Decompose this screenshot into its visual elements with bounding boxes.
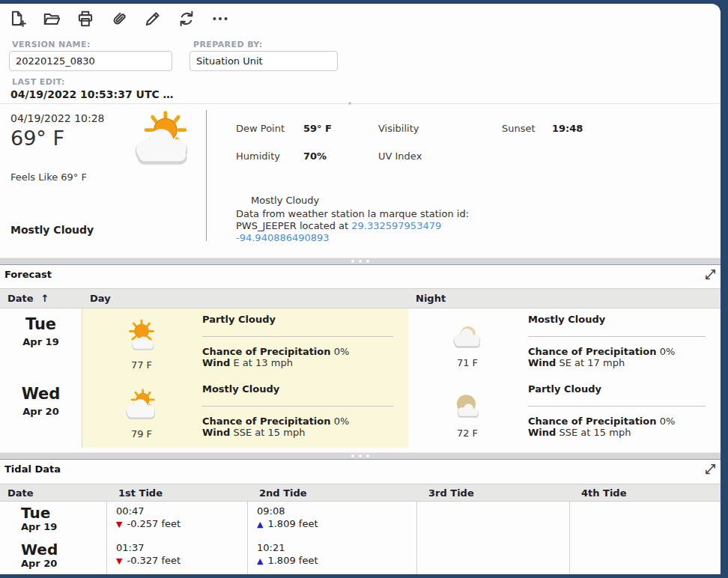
divider — [202, 336, 393, 337]
dew-point-label: Dew Point — [236, 123, 285, 134]
forecast-section: Forecast ⤢ Date↑ Day Night Tue Apr 19 — [0, 266, 721, 452]
refresh-button[interactable] — [176, 8, 197, 31]
tidal-title: Tidal Data — [4, 463, 61, 475]
humidity-value: 70% — [303, 150, 327, 162]
print-icon — [76, 9, 95, 31]
visibility-label: Visibility — [378, 123, 419, 134]
sort-ascending-icon: ↑ — [41, 293, 49, 304]
uv-index-label: UV Index — [378, 150, 422, 162]
forecast-title: Forecast — [4, 269, 52, 280]
forecast-table-header: Date↑ Day Night — [0, 288, 721, 308]
station-note: Data from weather station la marque stat… — [236, 208, 498, 244]
tidal-row: Tue Apr 19 00:47 ▼ -0.257 feet 09:08 ▲ 1… — [0, 502, 721, 538]
forecast-condition: Mostly Cloudy — [528, 314, 709, 325]
forecast-header-date[interactable]: Date↑ — [0, 293, 82, 304]
open-button[interactable] — [41, 8, 62, 31]
tide-falling-icon: ▼ — [116, 557, 122, 565]
attachment-button[interactable] — [109, 8, 130, 31]
tidal-header-1st: 1st Tide — [106, 487, 247, 499]
station-longitude-link[interactable]: -94.940886490893 — [236, 232, 330, 243]
forecast-header-night: Night — [408, 293, 721, 304]
forecast-condition: Partly Cloudy — [528, 383, 709, 395]
tide-cell-empty — [569, 502, 721, 538]
app-window: VERSION NAME: PREPARED BY: LAST EDIT: 04… — [0, 4, 721, 574]
forecast-day-cell: 77 F Partly Cloudy Chance of Precipitati… — [82, 308, 408, 378]
tide-cell: 10:21 ▲ 1.809 feet — [247, 538, 416, 574]
tidal-row: Wed Apr 20 01:37 ▼ -0.327 feet 10:21 ▲ 1… — [0, 538, 721, 574]
observation-datetime: 04/19/2022 10:28 — [10, 112, 105, 124]
tide-cell: 01:37 ▼ -0.327 feet — [106, 538, 247, 574]
tidal-date-cell: Wed Apr 20 — [0, 538, 106, 574]
tide-cell-empty — [569, 538, 721, 574]
new-document-button[interactable] — [7, 8, 28, 31]
tidal-date-cell: Tue Apr 19 — [0, 502, 106, 538]
current-temperature: 69° F — [10, 127, 64, 150]
tidal-splitter-handle[interactable] — [0, 452, 721, 460]
tidal-header-2nd: 2nd Tide — [247, 487, 416, 499]
forecast-splitter-handle[interactable] — [0, 258, 721, 265]
toolbar — [7, 8, 231, 31]
tidal-header-date: Date — [0, 487, 106, 499]
version-name-input[interactable] — [9, 51, 172, 71]
tidal-header-3rd: 3rd Tide — [416, 487, 569, 499]
forecast-table: Date↑ Day Night Tue Apr 19 — [0, 288, 721, 448]
tidal-expand-button[interactable]: ⤢ — [703, 461, 717, 477]
divider — [528, 336, 706, 337]
forecast-night-cell: 71 F Mostly Cloudy Chance of Precipitati… — [408, 308, 721, 378]
edit-pencil-icon — [143, 9, 163, 31]
mostly-cloudy-night-icon — [449, 320, 486, 356]
forecast-row: Wed Apr 20 — [0, 378, 721, 448]
mostly-cloudy-day-icon — [129, 109, 198, 176]
prepared-by-input[interactable] — [189, 51, 338, 71]
humidity-label: Humidity — [236, 150, 280, 162]
divider — [528, 406, 706, 407]
dew-point-value: 59° F — [303, 123, 332, 134]
prepared-by-label: PREPARED BY: — [193, 40, 263, 49]
current-weather-panel: 04/19/2022 10:28 69° F Feels Like 69° F … — [0, 103, 721, 258]
last-edit-value: 04/19/2022 10:53:37 UTC … — [10, 88, 174, 100]
tide-cell-empty — [416, 502, 569, 538]
open-folder-icon — [42, 9, 61, 31]
tidal-header-4th: 4th Tide — [569, 487, 721, 499]
vertical-divider — [206, 110, 207, 241]
forecast-temp: 79 F — [131, 428, 152, 439]
station-latitude-link[interactable]: 29.332597953479 — [351, 220, 441, 231]
current-condition: Mostly Cloudy — [10, 224, 94, 236]
attachment-icon — [109, 9, 129, 31]
more-options-icon — [210, 9, 230, 31]
tide-cell: 00:47 ▼ -0.257 feet — [106, 502, 247, 538]
forecast-temp: 77 F — [131, 359, 152, 371]
refresh-icon — [177, 9, 196, 31]
partly-cloudy-day-icon — [122, 317, 161, 358]
forecast-temp: 71 F — [457, 357, 478, 368]
forecast-temp: 72 F — [457, 428, 478, 439]
forecast-day-cell: 79 F Mostly Cloudy Chance of Precipitati… — [82, 378, 408, 448]
forecast-date-cell: Tue Apr 19 — [0, 308, 82, 378]
mostly-cloudy-day-icon — [122, 388, 161, 427]
print-button[interactable] — [75, 8, 96, 31]
version-name-label: VERSION NAME: — [12, 40, 91, 49]
tide-cell: 09:08 ▲ 1.809 feet — [247, 502, 416, 538]
expand-icon: ⤢ — [705, 267, 715, 282]
sunset-value: 19:48 — [552, 123, 583, 134]
forecast-condition: Mostly Cloudy — [202, 383, 396, 395]
tide-rising-icon: ▲ — [257, 520, 263, 529]
forecast-row: Tue Apr 19 — [0, 308, 721, 378]
new-document-icon — [8, 9, 28, 31]
tidal-section: Tidal Data ⤢ Date 1st Tide 2nd Tide 3rd … — [0, 460, 721, 574]
tidal-table-header: Date 1st Tide 2nd Tide 3rd Tide 4th Tide — [0, 484, 721, 502]
panel-splitter-dot — [348, 102, 351, 105]
forecast-expand-button[interactable]: ⤢ — [703, 267, 717, 282]
tidal-table: Date 1st Tide 2nd Tide 3rd Tide 4th Tide… — [0, 484, 721, 574]
station-condition: Mostly Cloudy — [251, 195, 319, 206]
edit-button[interactable] — [142, 8, 163, 31]
partly-cloudy-night-icon — [449, 389, 486, 426]
last-edit-label: LAST EDIT: — [12, 77, 65, 87]
forecast-date-cell: Wed Apr 20 — [0, 378, 82, 448]
feels-like: Feels Like 69° F — [10, 171, 87, 183]
tide-cell-empty — [416, 538, 569, 574]
forecast-condition: Partly Cloudy — [202, 314, 396, 325]
forecast-header-day: Day — [82, 293, 408, 304]
more-options-button[interactable] — [210, 8, 231, 31]
divider — [202, 406, 393, 407]
